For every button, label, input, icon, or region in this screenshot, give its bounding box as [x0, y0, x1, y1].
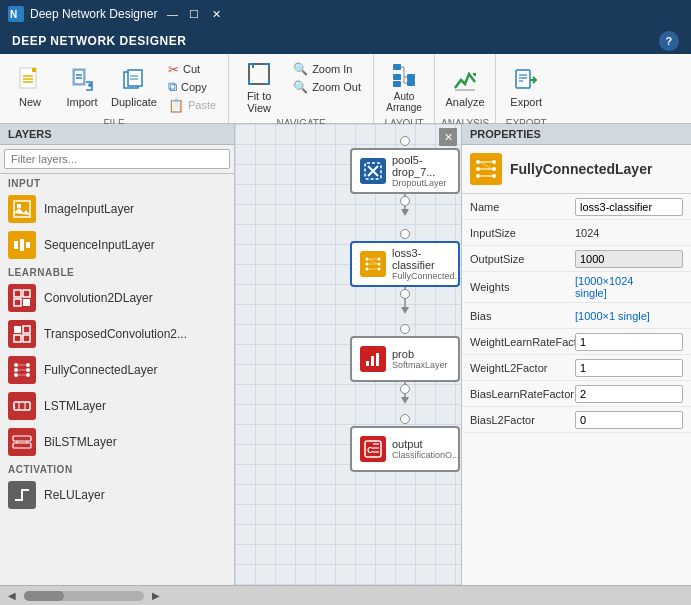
- node-output[interactable]: C output ClassificationO...: [350, 414, 460, 472]
- export-icon: [512, 66, 540, 94]
- svg-rect-77: [366, 361, 369, 366]
- svg-rect-13: [128, 70, 142, 86]
- toolbar-analysis-buttons: Analyze: [441, 58, 489, 116]
- svg-rect-25: [407, 80, 415, 86]
- properties-title-row: FullyConnectedLayer: [462, 145, 691, 194]
- svg-point-67: [366, 258, 369, 261]
- paste-label: Paste: [188, 99, 216, 111]
- main-area: LAYERS INPUT ImageInputLayer SequenceInp…: [0, 124, 691, 585]
- prop-blrf: BiasLearnRateFactor: [462, 381, 691, 407]
- prop-name-value[interactable]: [575, 198, 683, 216]
- new-button[interactable]: New: [6, 58, 54, 116]
- prop-wl2f-label: WeightL2Factor: [470, 362, 575, 374]
- copy-button[interactable]: ⧉ Copy: [162, 78, 222, 96]
- svg-rect-37: [14, 299, 21, 306]
- node-prob[interactable]: prob SoftmaxLayer: [350, 324, 460, 394]
- svg-rect-57: [13, 443, 31, 448]
- prop-outputsize-value[interactable]: [575, 250, 683, 268]
- prop-wlrf-value[interactable]: [575, 333, 683, 351]
- cut-icon: ✂: [168, 62, 179, 77]
- paste-button[interactable]: 📋 Paste: [162, 96, 222, 114]
- prop-bl2f-value[interactable]: [575, 411, 683, 429]
- list-item[interactable]: Convolution2DLayer: [0, 280, 234, 316]
- list-item[interactable]: TransposedConvolution2...: [0, 316, 234, 352]
- list-item[interactable]: ReLULayer: [0, 477, 234, 513]
- wl2f-input[interactable]: [575, 359, 683, 377]
- blrf-input[interactable]: [575, 385, 683, 403]
- canvas-close-button[interactable]: ✕: [439, 128, 457, 146]
- prop-wl2f-value[interactable]: [575, 359, 683, 377]
- prop-bias: Bias [1000×1 single]: [462, 303, 691, 329]
- node-text-group: output ClassificationO...: [392, 438, 460, 460]
- relu-icon: [8, 481, 36, 509]
- auto-arrange-button[interactable]: Auto Arrange: [380, 58, 428, 116]
- svg-point-85: [476, 160, 480, 164]
- new-label: New: [19, 96, 41, 108]
- cut-button[interactable]: ✂ Cut: [162, 60, 222, 78]
- toolbar-file-buttons: New Import: [6, 58, 222, 116]
- fit-icon: [245, 60, 273, 88]
- close-button[interactable]: ✕: [207, 5, 225, 23]
- toolbar-layout-section: Auto Arrange LAYOUT: [374, 54, 435, 123]
- svg-rect-18: [393, 74, 401, 80]
- name-input[interactable]: [575, 198, 683, 216]
- node-box[interactable]: prob SoftmaxLayer: [350, 336, 460, 382]
- wlrf-input[interactable]: [575, 333, 683, 351]
- svg-rect-31: [17, 204, 21, 208]
- layer-label: SequenceInputLayer: [44, 238, 155, 252]
- zoom-out-label: Zoom Out: [312, 81, 361, 93]
- clipboard-group: ✂ Cut ⧉ Copy 📋 Paste: [162, 58, 222, 116]
- list-item[interactable]: FullyConnectedLayer: [0, 352, 234, 388]
- scroll-right-button[interactable]: ▶: [152, 590, 160, 601]
- prop-wlrf-label: WeightLearnRateFactor: [470, 336, 575, 348]
- node-box-selected[interactable]: loss3-classifier FullyConnected...: [350, 241, 460, 287]
- svg-rect-17: [393, 64, 401, 70]
- scroll-thumb[interactable]: [24, 591, 64, 601]
- list-item[interactable]: L LSTMLayer: [0, 388, 234, 424]
- analyze-button[interactable]: Analyze: [441, 58, 489, 116]
- zoom-out-button[interactable]: 🔍 Zoom Out: [287, 78, 367, 96]
- image-input-icon: [8, 195, 36, 223]
- category-learnable: LEARNABLE: [0, 263, 234, 280]
- softmax-icon: [360, 346, 386, 372]
- prop-bl2f: BiasL2Factor: [462, 407, 691, 433]
- node-type: FullyConnected...: [392, 271, 461, 281]
- node-text-group: prob SoftmaxLayer: [392, 348, 448, 370]
- list-item[interactable]: BiLSTMLayer: [0, 424, 234, 460]
- node-box[interactable]: C output ClassificationO...: [350, 426, 460, 472]
- prop-bias-value[interactable]: [1000×1 single]: [575, 310, 650, 322]
- node-box[interactable]: pool5-drop_7... DropoutLayer: [350, 148, 460, 194]
- layers-header-label: LAYERS: [8, 128, 52, 140]
- import-label: Import: [66, 96, 97, 108]
- cut-label: Cut: [183, 63, 200, 75]
- node-pool5-drop[interactable]: pool5-drop_7... DropoutLayer: [350, 136, 460, 206]
- duplicate-label: Duplicate: [111, 96, 157, 108]
- export-button[interactable]: Export: [502, 58, 550, 116]
- minimize-button[interactable]: —: [163, 5, 181, 23]
- copy-icon: ⧉: [168, 79, 177, 95]
- duplicate-icon: [120, 66, 148, 94]
- svg-rect-35: [14, 290, 21, 297]
- help-button[interactable]: ?: [659, 31, 679, 51]
- canvas-area[interactable]: pool5-drop_7... DropoutLayer: [235, 124, 461, 585]
- import-button[interactable]: Import: [58, 58, 106, 116]
- bl2f-input[interactable]: [575, 411, 683, 429]
- fit-to-view-button[interactable]: Fit to View: [235, 58, 283, 116]
- zoom-in-button[interactable]: 🔍 Zoom In: [287, 60, 367, 78]
- svg-rect-9: [74, 70, 84, 84]
- list-item[interactable]: ImageInputLayer: [0, 191, 234, 227]
- scroll-track[interactable]: [24, 591, 144, 601]
- node-loss3-classifier[interactable]: loss3-classifier FullyConnected...: [350, 229, 460, 299]
- prop-blrf-value[interactable]: [575, 385, 683, 403]
- zoom-in-icon: 🔍: [293, 62, 308, 76]
- export-label: Export: [510, 96, 542, 108]
- scroll-left-button[interactable]: ◀: [8, 590, 16, 601]
- prop-outputsize-label: OutputSize: [470, 253, 575, 265]
- filter-input[interactable]: [4, 149, 230, 169]
- prop-weights-value[interactable]: [1000×1024single]: [575, 275, 633, 299]
- duplicate-button[interactable]: Duplicate: [110, 58, 158, 116]
- maximize-button[interactable]: ☐: [185, 5, 203, 23]
- outputsize-input[interactable]: [575, 250, 683, 268]
- list-item[interactable]: SequenceInputLayer: [0, 227, 234, 263]
- prop-wl2f: WeightL2Factor: [462, 355, 691, 381]
